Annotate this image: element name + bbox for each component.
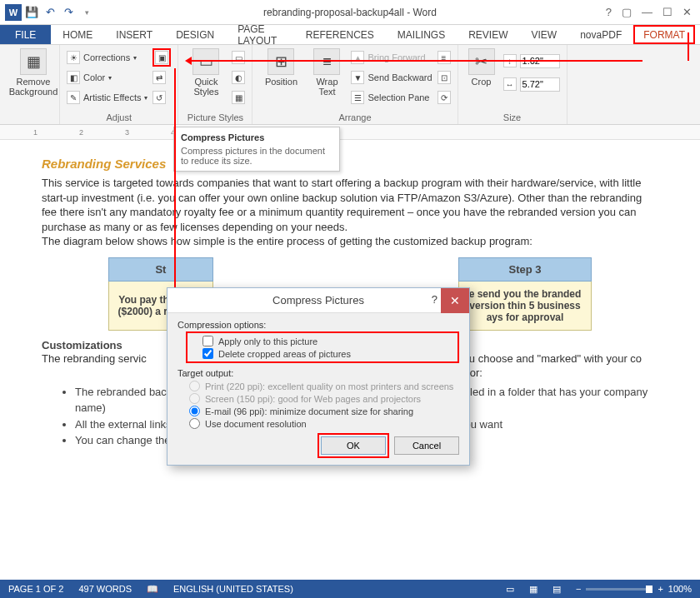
- height-icon: ↕: [503, 54, 517, 67]
- dialog-help-icon[interactable]: ?: [432, 293, 438, 306]
- docres-option[interactable]: Use document resolution: [178, 417, 459, 430]
- status-page[interactable]: PAGE 1 OF 2: [8, 584, 63, 594]
- effects-icon: ◐: [232, 71, 245, 84]
- bring-forward-button[interactable]: ▲Bring Forward: [351, 48, 432, 67]
- dialog-body: Compression options: Apply only to this …: [168, 313, 469, 465]
- picture-layout-button[interactable]: ▦: [232, 88, 245, 107]
- picture-border-button[interactable]: ▭: [232, 48, 245, 67]
- tab-insert[interactable]: INSERT: [104, 25, 164, 44]
- position-button[interactable]: ⊞ Position: [259, 48, 302, 87]
- delete-cropped-option[interactable]: Delete cropped areas of pictures: [191, 347, 454, 360]
- screen-radio: [189, 393, 200, 404]
- status-language[interactable]: ENGLISH (UNITED STATES): [173, 584, 293, 594]
- help-icon[interactable]: ?: [606, 6, 612, 18]
- align-button[interactable]: ≡: [438, 48, 451, 67]
- height-row: ↕: [503, 52, 560, 70]
- artistic-label: Artistic Effects: [83, 92, 141, 102]
- undo-icon[interactable]: ↶: [42, 4, 58, 21]
- docres-label: Use document resolution: [205, 419, 307, 429]
- zoom-in-icon[interactable]: +: [658, 584, 662, 594]
- status-words[interactable]: 497 WORDS: [78, 584, 132, 594]
- height-input[interactable]: [520, 54, 560, 68]
- layout-icon: ▦: [232, 91, 245, 104]
- view-web-icon[interactable]: ▤: [552, 584, 561, 595]
- zoom-out-icon[interactable]: −: [576, 584, 581, 594]
- status-proofing-icon[interactable]: 📖: [147, 584, 158, 595]
- step3-cell: e send you the branded version thin 5 bu…: [459, 281, 592, 330]
- dialog-close-icon[interactable]: ✕: [441, 288, 469, 313]
- quick-styles-button[interactable]: ▭ Quick Styles: [185, 48, 227, 97]
- selection-pane-button[interactable]: ☰Selection Pane: [351, 88, 432, 107]
- position-icon: ⊞: [268, 48, 294, 75]
- bring-forward-label: Bring Forward: [368, 52, 425, 62]
- step1-header: St: [109, 257, 213, 281]
- tab-file[interactable]: FILE: [0, 25, 51, 44]
- cancel-button[interactable]: Cancel: [394, 436, 459, 455]
- ribbon-display-icon[interactable]: ▢: [622, 6, 632, 18]
- tab-design[interactable]: DESIGN: [164, 25, 226, 44]
- compression-options-highlight: Apply only to this picture Delete croppe…: [186, 331, 459, 363]
- artistic-effects-button[interactable]: ✎Artistic Effects▾: [67, 88, 148, 107]
- change-picture-button[interactable]: ⇄: [152, 68, 171, 87]
- crop-button[interactable]: ✂ Crop: [465, 48, 498, 87]
- tab-novapdf[interactable]: novaPDF: [568, 25, 633, 44]
- compress-pictures-dialog: Compress Pictures ? ✕ Compression option…: [167, 287, 470, 466]
- print-label: Print (220 ppi): excellent quality on mo…: [205, 381, 453, 391]
- group-adjust: ☀Corrections▾ ◧Color▾ ✎Artistic Effects▾…: [60, 45, 178, 124]
- close-icon[interactable]: ✕: [682, 6, 692, 18]
- corrections-label: Corrections: [83, 52, 130, 62]
- minimize-icon[interactable]: —: [642, 6, 652, 18]
- qat-dropdown-icon[interactable]: ▾: [78, 4, 95, 21]
- palette-icon: ◧: [67, 71, 80, 84]
- tab-format[interactable]: FORMAT: [633, 25, 695, 44]
- tab-mailings[interactable]: MAILINGS: [386, 25, 457, 44]
- color-label: Color: [83, 72, 105, 82]
- group-button[interactable]: ⊡: [438, 68, 451, 87]
- apply-only-checkbox[interactable]: [202, 336, 213, 346]
- delete-cropped-checkbox[interactable]: [202, 348, 213, 359]
- rotate-button[interactable]: ⟳: [438, 88, 451, 107]
- maximize-icon[interactable]: ☐: [662, 6, 672, 18]
- dialog-title-bar[interactable]: Compress Pictures ? ✕: [168, 288, 469, 313]
- wrap-text-icon: ≡: [313, 48, 340, 75]
- docres-radio[interactable]: [189, 418, 200, 429]
- compress-pictures-button[interactable]: ▣: [152, 48, 171, 67]
- zoom-level[interactable]: 100%: [668, 584, 692, 594]
- ruler[interactable]: 1234567: [0, 125, 700, 140]
- send-backward-icon: ▼: [351, 71, 364, 84]
- tooltip-body: Compress pictures in the document to red…: [181, 146, 332, 166]
- view-read-icon[interactable]: ▭: [506, 584, 514, 595]
- send-backward-button[interactable]: ▼Send Backward: [351, 68, 432, 87]
- send-backward-label: Send Backward: [368, 72, 432, 82]
- brush-icon: ✎: [67, 91, 80, 104]
- ok-button[interactable]: OK: [321, 436, 386, 455]
- wrap-text-button[interactable]: ≡ Wrap Text: [308, 48, 346, 97]
- tab-references[interactable]: REFERENCES: [294, 25, 386, 44]
- tab-home[interactable]: HOME: [51, 25, 104, 44]
- compression-options-label: Compression options:: [178, 320, 459, 330]
- reset-picture-button[interactable]: ↺: [152, 88, 171, 107]
- view-print-icon[interactable]: ▦: [529, 584, 538, 595]
- reset-icon: ↺: [152, 91, 166, 104]
- paragraph-intro: This service is targeted towards compani…: [42, 176, 658, 234]
- print-option: Print (220 ppi): excellent quality on mo…: [178, 380, 459, 392]
- remove-bg-label: Remove Background: [7, 77, 60, 97]
- change-picture-icon: ⇄: [152, 71, 166, 84]
- picture-effects-button[interactable]: ◐: [232, 68, 245, 87]
- width-input[interactable]: [520, 77, 560, 92]
- color-button[interactable]: ◧Color▾: [67, 68, 148, 87]
- tab-view[interactable]: VIEW: [520, 25, 569, 44]
- zoom-slider[interactable]: [586, 588, 652, 591]
- tab-review[interactable]: REVIEW: [457, 25, 519, 44]
- apply-only-option[interactable]: Apply only to this picture: [191, 335, 454, 347]
- corrections-button[interactable]: ☀Corrections▾: [67, 48, 148, 67]
- redo-icon[interactable]: ↷: [60, 4, 77, 21]
- align-icon: ≡: [438, 51, 451, 64]
- group-picture-styles: ▭ Quick Styles ▭ ◐ ▦ Picture Styles: [178, 45, 252, 124]
- remove-background-button[interactable]: ▦ Remove Background: [7, 48, 60, 97]
- save-icon[interactable]: 💾: [23, 4, 40, 21]
- wrap-text-label: Wrap Text: [308, 77, 346, 97]
- tab-page-layout[interactable]: PAGE LAYOUT: [226, 25, 294, 44]
- email-option[interactable]: E-mail (96 ppi): minimize document size …: [178, 405, 459, 417]
- email-radio[interactable]: [189, 406, 200, 416]
